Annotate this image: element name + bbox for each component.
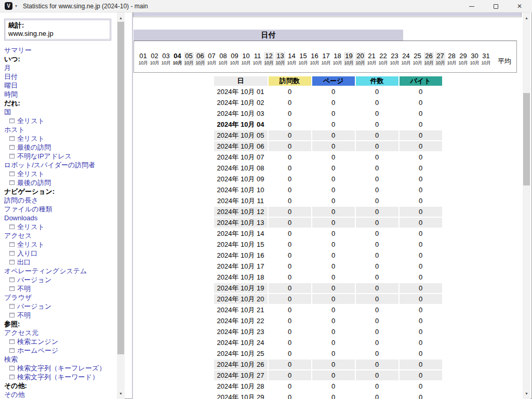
menu-link[interactable]: 訪問の長さ [4, 196, 117, 205]
table-row: 2024年 10月 210000 [214, 305, 442, 315]
day-strip: 0110月0210月0310月0410月0510月0610月0710月0810月… [138, 52, 516, 66]
date-cell: 2024年 10月 25 [214, 349, 268, 358]
menu-link[interactable]: 最後の訪問 [4, 178, 117, 187]
date-cell: 2024年 10月 24 [214, 338, 268, 348]
menu-link[interactable]: 月 [4, 63, 117, 72]
value-cell: 0 [269, 305, 311, 315]
value-cell: 0 [312, 392, 355, 399]
menu-section-header: いつ: [4, 55, 117, 63]
value-cell: 0 [269, 360, 311, 369]
sidebar-scrollbar[interactable]: ▲ ▼ [117, 12, 125, 399]
scroll-up-icon[interactable]: ▲ [117, 14, 125, 22]
scroll-down-icon[interactable]: ▼ [523, 390, 530, 397]
value-cell: 0 [269, 272, 311, 282]
menu-link[interactable]: 検索 [4, 355, 117, 364]
menu-section-header: その他: [4, 381, 117, 390]
value-cell: 0 [312, 240, 355, 249]
value-cell: 0 [356, 98, 398, 108]
menu-link[interactable]: 曜日 [4, 81, 117, 90]
menu-link[interactable]: 全リスト [4, 222, 117, 231]
day-cell: 2210月 [378, 52, 388, 66]
menu-link[interactable]: 日付 [4, 72, 117, 81]
chevron-down-icon[interactable]: ▾ [15, 4, 17, 8]
date-cell: 2024年 10月 17 [214, 261, 268, 271]
menu-link[interactable]: Downloads [4, 214, 117, 222]
value-cell: 0 [269, 229, 311, 238]
menu-link[interactable]: 入り口 [4, 249, 117, 258]
menu-link[interactable]: 時間 [4, 90, 117, 99]
value-cell: 0 [400, 392, 442, 399]
day-cell: 0710月 [207, 52, 217, 66]
scrollbar-thumb[interactable] [117, 22, 124, 354]
value-cell: 0 [269, 327, 311, 337]
value-cell: 0 [400, 130, 442, 140]
value-cell: 0 [312, 316, 355, 326]
menu-link[interactable]: ロボット/スパイダーの訪問者 [4, 161, 117, 169]
menu-link[interactable]: ホスト [4, 125, 117, 134]
value-cell: 0 [269, 207, 311, 217]
menu-link[interactable]: 国 [4, 108, 117, 116]
value-cell: 0 [400, 381, 442, 391]
list-icon [9, 286, 15, 291]
main-scrollbar[interactable]: ▲ ▼ [523, 12, 530, 399]
table-row: 2024年 10月 020000 [214, 98, 442, 108]
daily-stats-table: 日訪問数ページ件数バイト 2024年 10月 0100002024年 10月 0… [213, 75, 443, 399]
value-cell: 0 [312, 119, 355, 129]
value-cell: 0 [312, 283, 355, 293]
day-cell: 1010月 [241, 52, 251, 66]
menu-link[interactable]: 不明 [4, 284, 117, 293]
value-cell: 0 [312, 381, 355, 391]
menu-link[interactable]: バージョン [4, 302, 117, 311]
menu-link[interactable]: アクセス元 [4, 328, 117, 337]
site-name: www.sing.ne.jp [8, 30, 107, 38]
value-cell: 0 [356, 316, 398, 326]
menu-link[interactable]: その他 [4, 390, 117, 399]
menu-link[interactable]: ファイルの種類 [4, 205, 117, 214]
menu-link[interactable]: 全リスト [4, 169, 117, 178]
menu-link[interactable]: 不明なIPアドレス [4, 152, 117, 161]
value-cell: 0 [269, 152, 311, 162]
close-button[interactable]: ✕ [508, 0, 531, 12]
value-cell: 0 [400, 261, 442, 271]
menu-link[interactable]: 全リスト [4, 116, 117, 125]
app-window: V ▾ Statistics for www.sing.ne.jp (2024-… [0, 0, 532, 399]
menu-link[interactable]: ブラウザ [4, 293, 117, 302]
menu-link[interactable]: 全リスト [4, 240, 117, 249]
date-cell: 2024年 10月 07 [214, 152, 268, 162]
day-cell: 1410月 [287, 52, 297, 66]
scrollbar-thumb[interactable] [523, 93, 530, 185]
menu-link[interactable]: 検索エンジン [4, 337, 117, 346]
menu-link[interactable]: アクセス [4, 231, 117, 240]
menu-link[interactable]: 最後の訪問 [4, 143, 117, 152]
date-cell: 2024年 10月 27 [214, 370, 268, 380]
table-row: 2024年 10月 010000 [214, 87, 442, 97]
date-cell: 2024年 10月 16 [214, 250, 268, 260]
menu-link[interactable]: ホームページ [4, 346, 117, 355]
date-cell: 2024年 10月 04 [214, 119, 268, 129]
menu-link[interactable]: 全リスト [4, 134, 117, 143]
value-cell: 0 [400, 207, 442, 217]
value-cell: 0 [269, 218, 311, 228]
vivaldi-menu-icon[interactable]: V [5, 2, 12, 10]
date-cell: 2024年 10月 02 [214, 98, 268, 108]
menu-link[interactable]: バージョン [4, 275, 117, 284]
menu-link[interactable]: 検索文字列（キーフレーズ） [4, 364, 117, 373]
menu-link[interactable]: サマリー [4, 46, 117, 55]
minimize-button[interactable] [460, 0, 484, 12]
menu-link[interactable]: オペレーティングシステム [4, 267, 117, 275]
day-cell: 2010月 [355, 52, 365, 66]
menu-link[interactable]: 検索文字列（キーワード） [4, 373, 117, 381]
list-icon [9, 251, 15, 256]
value-cell: 0 [269, 196, 311, 206]
column-header: バイト [400, 76, 442, 86]
scroll-up-icon[interactable]: ▲ [523, 14, 530, 22]
scroll-down-icon[interactable]: ▼ [117, 390, 125, 397]
window-controls: ✕ [460, 0, 531, 12]
menu-link[interactable]: 不明 [4, 311, 117, 320]
day-cell: 2310月 [390, 52, 400, 66]
date-cell: 2024年 10月 11 [214, 196, 268, 206]
maximize-button[interactable] [484, 0, 508, 12]
table-row: 2024年 10月 170000 [214, 261, 442, 271]
value-cell: 0 [269, 130, 311, 140]
menu-link[interactable]: 出口 [4, 258, 117, 267]
